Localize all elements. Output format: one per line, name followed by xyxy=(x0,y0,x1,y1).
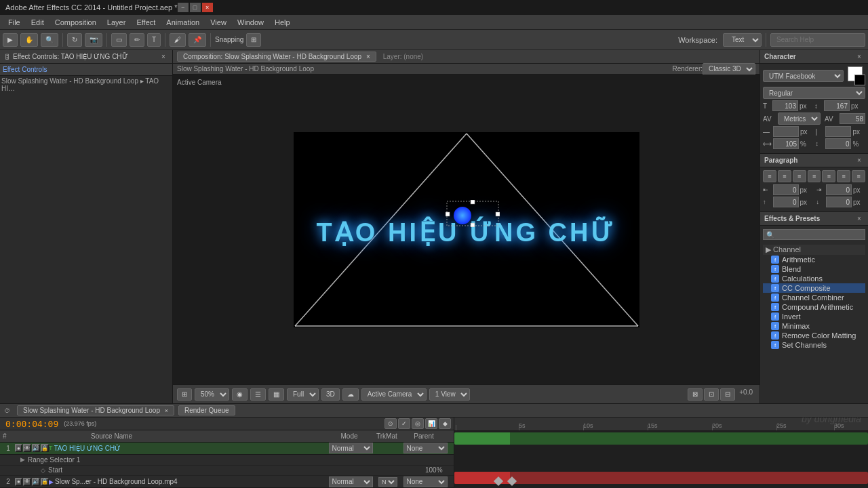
hand-tool[interactable]: ✋ xyxy=(20,33,38,47)
align-justify-last-left[interactable]: ≡ xyxy=(822,170,835,182)
layer-mode-select-2[interactable]: Normal xyxy=(329,476,373,487)
menu-file[interactable]: File xyxy=(3,17,26,28)
layer-lock-1[interactable]: 🔒 xyxy=(41,444,49,452)
tracking-input[interactable] xyxy=(840,113,865,124)
viewer-3d-btn[interactable]: 3D xyxy=(321,388,340,401)
timeline-comp-tab-close[interactable]: × xyxy=(165,407,168,414)
menu-composition[interactable]: Composition xyxy=(50,17,102,28)
viewer-toggle2-btn[interactable]: ▦ xyxy=(269,388,284,401)
comp-tab[interactable]: Composition: Slow Splashing Water - HD B… xyxy=(177,52,376,62)
pen-tool[interactable]: ✏ xyxy=(130,33,144,47)
search-input[interactable] xyxy=(770,33,865,47)
zoom-select[interactable]: 50% xyxy=(195,388,229,401)
viewer-ext-btn2[interactable]: ⊡ xyxy=(704,388,719,401)
snapping-toggle[interactable]: ⊞ xyxy=(246,33,261,47)
close-button[interactable]: × xyxy=(202,3,213,12)
viewer-quality-btn[interactable]: ◉ xyxy=(232,388,248,401)
effect-item-set-channels[interactable]: f Set Channels xyxy=(763,340,865,350)
tl-motion-blur-btn[interactable]: ◎ xyxy=(412,418,424,429)
tl-add-marker-btn[interactable]: ◆ xyxy=(439,418,451,429)
layer-solo-2[interactable]: ● xyxy=(15,478,22,486)
effects-search-input[interactable] xyxy=(763,229,865,240)
space-after-input[interactable] xyxy=(826,197,852,207)
effect-item-invert[interactable]: f Invert xyxy=(763,312,865,321)
scale-v-input[interactable] xyxy=(825,126,851,137)
renderer-select[interactable]: Classic 3D xyxy=(703,63,755,75)
viewer-shadow-btn[interactable]: ☁ xyxy=(342,388,359,401)
layer-mode-select-1[interactable]: Normal xyxy=(329,443,373,453)
scale-h-input[interactable] xyxy=(773,126,799,137)
kern-select[interactable]: Metrics xyxy=(778,113,821,125)
align-justify[interactable]: ≡ xyxy=(808,170,821,182)
view-layout-select[interactable]: 1 View xyxy=(429,388,470,401)
horiz-scale-input[interactable] xyxy=(773,138,799,149)
camera-tool[interactable]: 📷 xyxy=(85,33,102,47)
align-center[interactable]: ≡ xyxy=(778,170,791,182)
effects-panel-close[interactable]: × xyxy=(854,214,864,224)
font-name-select[interactable]: UTM Facebook xyxy=(763,70,844,82)
text-tool[interactable]: T xyxy=(147,33,161,47)
align-right[interactable]: ≡ xyxy=(793,170,806,182)
timeline-comp-tab[interactable]: Slow Splashing Water - HD Background Loo… xyxy=(17,405,174,415)
layer-audio-1[interactable]: 🔊 xyxy=(32,444,40,452)
align-justify-last-center[interactable]: ≡ xyxy=(837,170,850,182)
viewer-ext-btn1[interactable]: ⊠ xyxy=(688,388,703,401)
effect-item-channel-combiner[interactable]: f Channel Combiner xyxy=(763,293,865,302)
minimize-button[interactable]: − xyxy=(178,3,189,12)
rect-mask-tool[interactable]: ▭ xyxy=(111,33,127,47)
character-panel-close[interactable]: × xyxy=(854,52,864,62)
stroke-color-swatch[interactable] xyxy=(854,75,865,85)
zoom-tool[interactable]: 🔍 xyxy=(41,33,58,47)
tab-effect-controls-active[interactable]: Effect Controls xyxy=(3,66,47,73)
layer-lock-2[interactable]: 🔒 xyxy=(41,478,49,486)
effect-item-minimax[interactable]: f Minimax xyxy=(763,321,865,331)
viewer-toggle-btn[interactable]: ☰ xyxy=(250,388,266,401)
layer-parent-select-1[interactable]: None xyxy=(403,443,448,453)
effect-controls-close[interactable]: × xyxy=(159,52,168,62)
layer-vis-1[interactable]: 👁 xyxy=(23,444,31,452)
tl-graph-btn[interactable]: 📊 xyxy=(425,418,437,429)
effect-item-arithmetic[interactable]: f Arithmetic xyxy=(763,255,865,264)
effect-item-remove-color-matting[interactable]: f Remove Color Matting xyxy=(763,331,865,340)
menu-edit[interactable]: Edit xyxy=(26,17,50,28)
layer-parent-select-2[interactable]: None xyxy=(403,476,448,487)
indent-right-input[interactable] xyxy=(826,184,852,195)
effect-item-compound-arithmetic[interactable]: f Compound Arithmetic xyxy=(763,302,865,312)
expand-icon[interactable]: ▶ xyxy=(20,456,25,463)
rotation-tool[interactable]: ↻ xyxy=(67,33,82,47)
timecode-display[interactable]: 0:00:04:09 xyxy=(3,419,61,429)
comp-tab-close[interactable]: × xyxy=(366,53,370,60)
effect-item-calculations[interactable]: f Calculations xyxy=(763,274,865,283)
timeline-render-tab[interactable]: Render Queue xyxy=(178,405,235,415)
indent-left-input[interactable] xyxy=(773,184,799,195)
puppet-tool[interactable]: 📌 xyxy=(189,33,206,47)
layer-vis-2[interactable]: 👁 xyxy=(23,478,31,486)
menu-animation[interactable]: Animation xyxy=(161,17,205,28)
menu-window[interactable]: Window xyxy=(232,17,269,28)
layer-solo-1[interactable]: ● xyxy=(15,444,22,452)
tl-enable-btn[interactable]: ✓ xyxy=(398,418,410,429)
menu-layer[interactable]: Layer xyxy=(102,17,132,28)
workspace-dropdown[interactable]: Text xyxy=(723,33,762,47)
viewer-ext-btn3[interactable]: ⊟ xyxy=(720,388,735,401)
vert-scale-input[interactable] xyxy=(825,138,851,149)
align-left[interactable]: ≡ xyxy=(763,170,776,182)
quality-select[interactable]: Full xyxy=(287,388,319,401)
font-size-input[interactable] xyxy=(772,100,798,111)
effect-item-blend[interactable]: f Blend xyxy=(763,264,865,274)
menu-view[interactable]: View xyxy=(205,17,232,28)
camera-select[interactable]: Active Camera xyxy=(361,388,427,401)
paint-tool[interactable]: 🖌 xyxy=(170,33,186,47)
leading-input[interactable] xyxy=(824,100,850,111)
menu-effect[interactable]: Effect xyxy=(131,17,161,28)
font-style-select[interactable]: Regular xyxy=(763,87,865,99)
effect-item-cc-composite[interactable]: f CC Composite xyxy=(763,283,865,293)
align-justify-all[interactable]: ≡ xyxy=(852,170,865,182)
effects-category-channel[interactable]: ▶ Channel xyxy=(763,245,865,255)
tl-solo-btn[interactable]: ⊙ xyxy=(384,418,397,429)
menu-help[interactable]: Help xyxy=(269,17,296,28)
viewer-grid-btn[interactable]: ⊞ xyxy=(177,388,192,401)
space-before-input[interactable] xyxy=(773,197,799,207)
layer-trk-select-2[interactable]: None xyxy=(378,477,397,487)
paragraph-panel-close[interactable]: × xyxy=(854,156,864,165)
